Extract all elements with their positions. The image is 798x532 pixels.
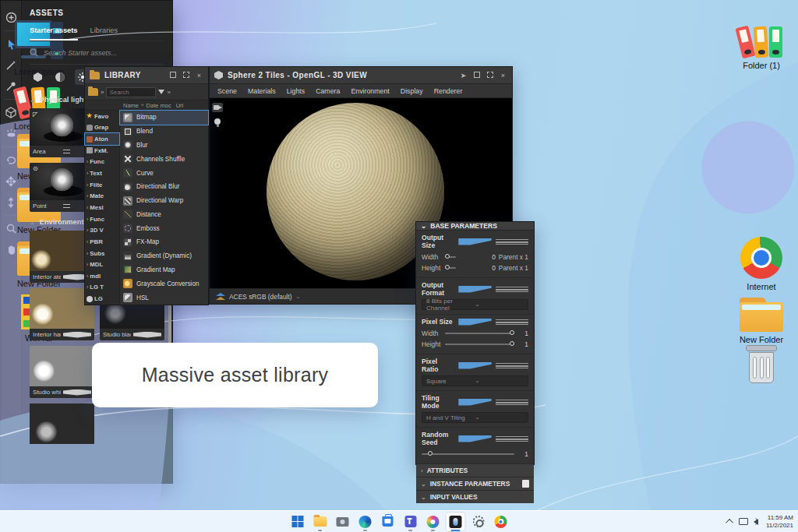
list-item[interactable]: Bitmap (120, 111, 208, 125)
column-name[interactable]: Name (121, 102, 141, 109)
attributes-section[interactable]: ›ATTRIBUTES (416, 463, 534, 477)
shader-filter-icon[interactable] (52, 69, 68, 85)
sidebar-item[interactable]: ›Text (85, 167, 119, 179)
list-item[interactable]: Channels Shuffle (120, 152, 208, 166)
sidebar-item[interactable]: ›Func (85, 157, 119, 168)
paint-button[interactable] (424, 513, 443, 531)
sidebar-item[interactable]: ›mdl (85, 270, 119, 282)
light-bulb-icon[interactable] (212, 118, 223, 128)
sidebar-item[interactable]: ›Filte (85, 179, 119, 191)
list-item[interactable]: Distance (120, 207, 208, 221)
width-mult[interactable]: Parent x 1 (499, 253, 528, 261)
expose-icon[interactable] (458, 238, 491, 245)
microsoft-store-button[interactable] (379, 513, 397, 531)
sidebar-item-graph[interactable]: Grap (85, 122, 119, 134)
menu-icon[interactable] (496, 436, 528, 442)
menu-icon[interactable] (496, 239, 528, 245)
chrome-button[interactable] (492, 513, 510, 531)
list-item[interactable]: Gradient Map (120, 263, 208, 277)
menu-lights[interactable]: Lights (287, 87, 305, 95)
list-item[interactable]: Emboss (120, 221, 208, 235)
library-search-input[interactable] (106, 87, 156, 97)
pin-icon[interactable]: ➤ (459, 72, 468, 79)
file-explorer-button[interactable] (311, 513, 330, 531)
sidebar-item[interactable]: ›PBR (85, 236, 119, 248)
random-seed-slider[interactable] (422, 453, 514, 455)
desktop-icon-recycle-bin[interactable] (729, 345, 794, 384)
output-format-dropdown[interactable]: 8 Bits per Channel⌄ (422, 299, 528, 310)
restore-icon[interactable] (472, 72, 481, 79)
expose-icon[interactable] (458, 286, 491, 293)
assets-search[interactable]: Search Starter assets... (30, 41, 164, 65)
list-item[interactable]: Grayscale Conversion (120, 277, 208, 291)
menu-icon[interactable] (496, 287, 528, 292)
list-item[interactable]: HSL (120, 291, 208, 305)
expose-icon[interactable] (458, 319, 491, 326)
height-mult[interactable]: Parent x 1 (499, 264, 528, 272)
settings-button[interactable] (469, 513, 488, 531)
overflow-chevron-icon[interactable]: » (101, 89, 104, 96)
pixel-height-slider[interactable] (445, 344, 514, 345)
menu-icon[interactable] (496, 400, 528, 405)
taskbar-clock[interactable]: 11:59 AM 11/2/2021 (766, 514, 793, 530)
width-slider[interactable] (445, 256, 456, 258)
sidebar-item-fxmap[interactable]: FxM. (85, 145, 119, 157)
expose-icon[interactable] (458, 362, 491, 369)
desktop-icon-new-folder-right[interactable]: New Folder (729, 298, 794, 344)
edge-button[interactable] (356, 513, 375, 531)
frame-icon[interactable] (486, 72, 494, 79)
height-slider[interactable] (445, 267, 456, 269)
instance-parameters-section[interactable]: ⌄INSTANCE PARAMETERS (416, 477, 534, 490)
list-item[interactable]: FX-Map (120, 235, 208, 249)
sidebar-item[interactable]: ›Mate (85, 190, 119, 202)
list-item[interactable]: Blur (120, 139, 208, 153)
list-item[interactable]: Blend (120, 125, 208, 139)
asset-card-env[interactable]: Studio white ha... (30, 346, 94, 398)
sidebar-item[interactable]: ›MDL (85, 259, 119, 270)
sidebar-item[interactable]: ›Mesl (85, 202, 119, 213)
expose-icon[interactable] (458, 399, 491, 406)
restore-icon[interactable] (168, 72, 177, 79)
start-button[interactable] (288, 513, 307, 531)
teams-button[interactable] (401, 513, 420, 531)
colorspace-dropdown[interactable]: ACES sRGB (default) (229, 293, 292, 301)
input-values-section[interactable]: ⌄INPUT VALUES (416, 490, 534, 503)
expose-icon[interactable] (458, 435, 491, 442)
desktop-icon-folder-1[interactable]: Folder (1) (729, 22, 794, 70)
camera-icon[interactable] (212, 103, 223, 112)
library-column-headers[interactable]: Name ^ Date moc Url (85, 100, 208, 111)
menu-materials[interactable]: Materials (248, 87, 276, 95)
list-item[interactable]: Curve (120, 166, 208, 180)
new-folder-icon[interactable] (88, 88, 98, 96)
sidebar-item[interactable]: ›Func (85, 213, 119, 225)
asset-card-env-partial[interactable] (30, 403, 94, 444)
sidebar-item[interactable]: LG (85, 293, 119, 305)
filter-icon[interactable] (158, 90, 164, 94)
close-icon[interactable]: × (499, 72, 507, 79)
volume-icon[interactable] (754, 519, 758, 525)
menu-scene[interactable]: Scene (217, 87, 237, 95)
sidebar-item-atomic[interactable]: Aton (85, 133, 119, 145)
menu-icon[interactable] (496, 319, 528, 325)
pixel-width-slider[interactable] (445, 333, 514, 334)
close-icon[interactable]: × (195, 72, 203, 79)
tray-chevron-icon[interactable] (726, 519, 733, 527)
list-item[interactable]: Directional Warp (120, 194, 208, 208)
menu-camera[interactable]: Camera (316, 87, 340, 95)
tab-starter-assets[interactable]: Starter assets (30, 26, 78, 41)
desktop-icon-internet[interactable]: Internet (729, 237, 794, 291)
sidebar-item[interactable]: ›3D V (85, 224, 119, 236)
materials-filter-icon[interactable] (30, 69, 45, 85)
menu-icon[interactable] (496, 363, 528, 368)
list-item[interactable]: Gradient (Dynamic) (120, 249, 208, 263)
network-icon[interactable] (739, 518, 748, 525)
tab-libraries[interactable]: Libraries (90, 26, 118, 41)
menu-environment[interactable]: Environment (351, 87, 389, 95)
sidebar-item[interactable]: ›Subs (85, 248, 119, 259)
menu-display[interactable]: Display (401, 87, 423, 95)
base-parameters-header[interactable]: ⌄ BASE PARAMETERS (416, 222, 534, 231)
column-url[interactable]: Url (174, 102, 186, 109)
library-titlebar[interactable]: LIBRARY × (85, 67, 208, 84)
column-date[interactable]: Date moc (144, 102, 174, 109)
substance-app-button[interactable] (447, 513, 465, 531)
